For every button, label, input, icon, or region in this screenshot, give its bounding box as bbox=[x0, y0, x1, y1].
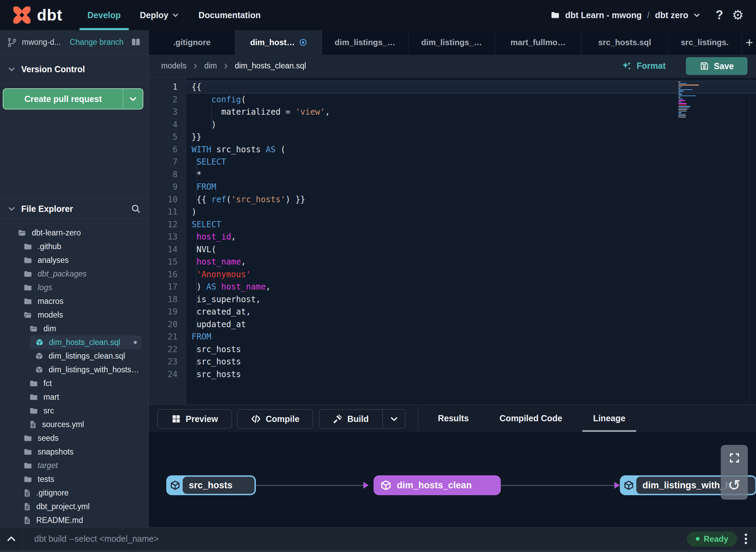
code-line[interactable]: host_name, bbox=[186, 256, 756, 268]
file-mart[interactable]: mart bbox=[0, 390, 148, 404]
editor-tab-dim-listings[interactable]: dim_listings_… bbox=[408, 30, 495, 55]
format-button[interactable]: Format bbox=[621, 55, 666, 77]
format-label: Format bbox=[637, 61, 666, 71]
code-line[interactable]: }} bbox=[186, 131, 756, 143]
file-dbt-learn-zero[interactable]: dbt-learn-zero bbox=[0, 226, 148, 240]
build-button[interactable]: Build bbox=[319, 410, 382, 428]
tab-results[interactable]: Results bbox=[424, 405, 482, 432]
lineage-panel[interactable]: src_hosts dim_hosts_clean dim_listings_w… bbox=[149, 432, 756, 527]
code-line[interactable]: host_id, bbox=[186, 231, 756, 243]
editor-tab-src-hosts-sql[interactable]: src_hosts.sql bbox=[582, 30, 668, 55]
code-line[interactable]: SELECT bbox=[186, 218, 756, 231]
help-button[interactable]: ? bbox=[716, 8, 723, 22]
change-branch-link[interactable]: Change branch bbox=[70, 38, 123, 47]
minimap[interactable] bbox=[678, 81, 700, 118]
code-line[interactable]: materialized = 'view', bbox=[186, 106, 756, 118]
code-line[interactable]: ) AS host_name, bbox=[186, 281, 756, 293]
build-dropdown[interactable] bbox=[382, 410, 405, 428]
file-models[interactable]: models bbox=[0, 308, 148, 322]
line-number-gutter: 123456789101112131415161718192021222324 bbox=[149, 77, 186, 405]
file-dim-hosts-clean-sql[interactable]: dim_hosts_clean.sql bbox=[30, 335, 142, 349]
project-selector[interactable]: dbt Learn - mwong / dbt zero bbox=[550, 10, 701, 20]
editor-tab-mart-fullmo[interactable]: mart_fullmo… bbox=[495, 30, 582, 55]
file-explorer-header[interactable]: File Explorer bbox=[0, 198, 148, 219]
nav-develop[interactable]: Develop bbox=[78, 0, 130, 30]
code-line[interactable]: {{ ref('src_hosts') }} bbox=[186, 193, 756, 206]
refresh-icon[interactable]: ↺ bbox=[728, 478, 741, 493]
code-line[interactable]: NVL( bbox=[186, 243, 756, 256]
file-github[interactable]: .github bbox=[0, 240, 148, 253]
editor-tab-dim-listings[interactable]: dim_listings_… bbox=[322, 30, 408, 55]
file-label: target bbox=[38, 461, 58, 470]
file-dim-listings-clean-sql[interactable]: dim_listings_clean.sql bbox=[0, 349, 148, 363]
editor-tab-dim-host[interactable]: dim_host… bbox=[235, 30, 322, 55]
file-dim-listings-with-hosts[interactable]: dim_listings_with_hosts… bbox=[0, 363, 148, 376]
lineage-node-dim-hosts-clean[interactable]: dim_hosts_clean bbox=[374, 475, 501, 495]
nav-deploy[interactable]: Deploy bbox=[130, 0, 189, 30]
code-line[interactable]: updated_at bbox=[186, 318, 756, 331]
code-line[interactable]: 'Anonymous' bbox=[186, 268, 756, 281]
editor-scrollbar[interactable] bbox=[750, 77, 750, 405]
file-label: tests bbox=[38, 475, 54, 484]
code-area[interactable]: {{ config( materialized = 'view', )}}WIT… bbox=[186, 81, 756, 405]
file-label: dim_listings_clean.sql bbox=[49, 351, 125, 361]
code-line[interactable]: WITH src_hosts AS ( bbox=[186, 143, 756, 156]
minimap-line bbox=[678, 103, 687, 104]
code-line[interactable]: * bbox=[186, 168, 756, 181]
code-line[interactable]: src_hosts bbox=[186, 343, 756, 356]
file-logs[interactable]: logs bbox=[0, 281, 148, 294]
compile-button[interactable]: Compile bbox=[237, 409, 313, 428]
code-line[interactable]: ) bbox=[186, 206, 756, 218]
file-tests[interactable]: tests bbox=[0, 472, 148, 486]
file-seeds[interactable]: seeds bbox=[0, 431, 148, 445]
code-line[interactable]: src_hosts bbox=[186, 356, 756, 368]
code-line[interactable]: is_superhost, bbox=[186, 293, 756, 306]
code-line[interactable]: created_at, bbox=[186, 306, 756, 318]
search-icon[interactable] bbox=[131, 204, 141, 214]
file-target[interactable]: target bbox=[0, 459, 148, 472]
fullscreen-icon[interactable] bbox=[729, 452, 740, 464]
file-gitignore[interactable]: .gitignore bbox=[0, 486, 148, 500]
file-sources-yml[interactable]: sources.yml bbox=[0, 418, 148, 431]
version-control-header[interactable]: Version Control bbox=[0, 55, 148, 84]
create-pull-request-button[interactable]: Create pull request bbox=[3, 88, 143, 110]
file-dbt-project-yml[interactable]: dbt_project.yml bbox=[0, 500, 148, 513]
code-line[interactable]: FROM bbox=[186, 181, 756, 193]
nav-documentation[interactable]: Documentation bbox=[189, 0, 270, 30]
folder-icon bbox=[23, 448, 33, 456]
docs-book-icon[interactable] bbox=[130, 37, 142, 48]
minimap-line bbox=[678, 102, 682, 103]
tab-compiled-code[interactable]: Compiled Code bbox=[486, 405, 576, 432]
preview-button[interactable]: Preview bbox=[157, 409, 232, 428]
code-line[interactable]: src_hosts bbox=[186, 368, 756, 381]
dbt-brand[interactable]: dbt bbox=[12, 5, 63, 25]
lineage-node-src-hosts[interactable]: src_hosts bbox=[166, 475, 256, 495]
settings-gear-icon[interactable]: ⚙ bbox=[732, 9, 744, 22]
breadcrumb-dim[interactable]: dim bbox=[204, 61, 217, 70]
code-line[interactable]: FROM bbox=[186, 331, 756, 343]
code-line[interactable]: config( bbox=[186, 93, 756, 106]
editor-tab-gitignore[interactable]: .gitignore bbox=[149, 30, 235, 55]
code-line[interactable]: SELECT bbox=[186, 156, 756, 168]
file-dbt-packages[interactable]: dbt_packages bbox=[0, 267, 148, 281]
file-fct[interactable]: fct bbox=[0, 376, 148, 390]
editor-tab-src-listings[interactable]: src_listings. bbox=[668, 30, 742, 55]
file-dim[interactable]: dim bbox=[0, 322, 148, 335]
collapse-panel-button[interactable] bbox=[0, 528, 23, 550]
code-editor[interactable]: 123456789101112131415161718192021222324 … bbox=[149, 77, 756, 405]
command-prompt[interactable]: dbt build --select <model_name> bbox=[34, 534, 159, 544]
kebab-menu-icon[interactable] bbox=[745, 534, 747, 544]
file-src[interactable]: src bbox=[0, 404, 148, 418]
file-analyses[interactable]: analyses bbox=[0, 253, 148, 267]
code-line[interactable]: {{ bbox=[186, 81, 756, 93]
tab-lineage[interactable]: Lineage bbox=[579, 405, 639, 432]
file-snapshots[interactable]: snapshots bbox=[0, 445, 148, 459]
modified-dot-icon bbox=[299, 38, 307, 47]
new-tab-button[interactable]: + bbox=[742, 30, 756, 55]
file-macros[interactable]: macros bbox=[0, 294, 148, 308]
file-readme-md[interactable]: README.md bbox=[0, 513, 148, 527]
pull-request-dropdown[interactable] bbox=[123, 89, 143, 109]
code-line[interactable]: ) bbox=[186, 118, 756, 131]
save-button[interactable]: Save bbox=[686, 57, 747, 75]
breadcrumb-models[interactable]: models bbox=[161, 61, 186, 70]
